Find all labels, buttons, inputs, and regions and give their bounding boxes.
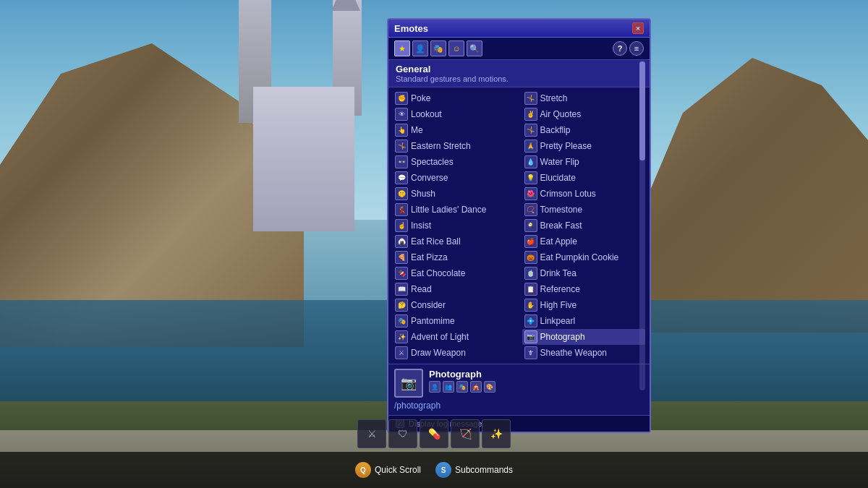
- tab-expressions[interactable]: ☺: [448, 40, 464, 56]
- tab-search[interactable]: 🔍: [467, 40, 482, 56]
- emote-list: ✊Poke👁Lookout👆Me🤸Eastern Stretch👓Spectac…: [388, 87, 650, 364]
- emote-item-icon: 📿: [524, 203, 537, 216]
- emote-item-icon: 🍵: [524, 267, 537, 280]
- emote-item[interactable]: 🙏Pretty Please: [522, 138, 646, 154]
- quick-scroll-button[interactable]: Q Quick Scroll: [355, 462, 421, 478]
- emotes-panel: Emotes × ★ 👤 🎭 ☺ 🔍 ? ≡ General Standard …: [387, 18, 651, 433]
- emote-item[interactable]: ☝Insist: [393, 218, 516, 234]
- emote-item-icon: 🍳: [524, 219, 537, 232]
- emote-item-name: Eastern Stretch: [411, 141, 471, 151]
- emote-item[interactable]: ✌Air Quotes: [522, 106, 646, 122]
- emote-item-icon: 👓: [395, 155, 408, 168]
- emote-item-icon: 👁: [395, 108, 408, 121]
- detail-emote-icon: 📷: [394, 369, 423, 398]
- emote-item-name: Converse: [411, 173, 448, 183]
- emote-item-icon: 👆: [395, 124, 408, 137]
- castle: [239, 29, 369, 231]
- emote-item[interactable]: 🌺Crimson Lotus: [522, 186, 646, 202]
- emote-item[interactable]: 👆Me: [393, 122, 516, 138]
- emote-item[interactable]: 🗡Sheathe Weapon: [522, 345, 646, 361]
- detail-icon-1: 👤: [429, 381, 441, 393]
- bottom-hud: Q Quick Scroll S Subcommands: [0, 452, 868, 488]
- emote-item-icon: 🤔: [395, 299, 408, 312]
- panel-titlebar: Emotes ×: [388, 20, 650, 38]
- emote-item-icon: ✨: [395, 330, 408, 343]
- emote-item-icon: 📷: [524, 330, 537, 343]
- emote-item-icon: 📋: [524, 283, 537, 296]
- emote-item[interactable]: ✋High Five: [522, 297, 646, 313]
- emote-item[interactable]: 💧Water Flip: [522, 154, 646, 170]
- emote-item-name: Elucidate: [540, 173, 576, 183]
- scrollbar[interactable]: [639, 61, 645, 390]
- action-slot-2[interactable]: 🛡: [388, 419, 417, 448]
- emote-item-name: Photograph: [540, 332, 585, 342]
- category-header: General Standard gestures and motions.: [388, 60, 650, 87]
- emote-item[interactable]: 🤔Consider: [393, 297, 516, 313]
- emote-item-name: Sheathe Weapon: [540, 348, 608, 358]
- emote-item[interactable]: 📿Tomestone: [522, 202, 646, 218]
- emote-item[interactable]: 🎃Eat Pumpkin Cookie: [522, 249, 646, 265]
- emote-item[interactable]: 🤸Stretch: [522, 90, 646, 106]
- emote-item[interactable]: 💡Elucidate: [522, 170, 646, 186]
- quick-scroll-label: Quick Scroll: [375, 465, 421, 475]
- tab-people[interactable]: 👤: [412, 40, 428, 56]
- emote-item-icon: 🍫: [395, 267, 408, 280]
- emote-item-icon: ✌: [524, 108, 537, 121]
- detail-panel: 📷 Photograph 👤 👥 🎭 🎪 🎨 /photograph: [388, 364, 650, 415]
- emote-item-name: Backflip: [540, 125, 571, 135]
- emote-item[interactable]: 🤸Backflip: [522, 122, 646, 138]
- action-slot-5[interactable]: ✨: [482, 419, 511, 448]
- emote-item[interactable]: 🍵Drink Tea: [522, 265, 646, 281]
- emote-item-icon: 🤸: [524, 124, 537, 137]
- subcommands-label: Subcommands: [455, 465, 513, 475]
- emote-item[interactable]: 📖Read: [393, 281, 516, 297]
- emote-item[interactable]: 💃Little Ladies' Dance: [393, 202, 516, 218]
- emote-item[interactable]: 🍳Break Fast: [522, 218, 646, 234]
- tab-emotes[interactable]: 🎭: [430, 40, 446, 56]
- emote-item[interactable]: 📋Reference: [522, 281, 646, 297]
- emote-item-name: Shush: [411, 189, 435, 199]
- emote-item-name: Spectacles: [411, 157, 454, 167]
- category-title: General: [396, 64, 642, 74]
- emote-item[interactable]: 🍕Eat Pizza: [393, 249, 516, 265]
- emote-item-icon: 🗡: [524, 346, 537, 359]
- emote-item[interactable]: 🍎Eat Apple: [522, 234, 646, 249]
- emote-item-name: High Five: [540, 300, 577, 310]
- emote-item[interactable]: 🤸Eastern Stretch: [393, 138, 516, 154]
- emote-item[interactable]: 👁Lookout: [393, 106, 516, 122]
- help-button[interactable]: ?: [613, 41, 627, 56]
- emote-item-name: Little Ladies' Dance: [411, 205, 486, 215]
- emote-item[interactable]: 💬Converse: [393, 170, 516, 186]
- settings-button[interactable]: ≡: [629, 41, 644, 56]
- emote-item-icon: ✋: [524, 299, 537, 312]
- action-slot-3[interactable]: 💊: [420, 419, 448, 448]
- emote-item-icon: 🎭: [395, 314, 408, 328]
- close-button[interactable]: ×: [632, 22, 644, 34]
- emote-item-name: Air Quotes: [540, 109, 582, 119]
- emote-item-name: Draw Weapon: [411, 348, 466, 358]
- emote-item[interactable]: 🎭Pantomime: [393, 313, 516, 329]
- emote-item-name: Poke: [411, 93, 430, 103]
- emote-item[interactable]: 💠Linkpearl: [522, 313, 646, 329]
- emote-item[interactable]: ✨Advent of Light: [393, 329, 516, 345]
- emote-item[interactable]: 🤫Shush: [393, 186, 516, 202]
- emote-item-name: Consider: [411, 300, 446, 310]
- emote-item[interactable]: 🍙Eat Rice Ball: [393, 234, 516, 249]
- emote-item[interactable]: 👓Spectacles: [393, 154, 516, 170]
- emote-item[interactable]: 🍫Eat Chocolate: [393, 265, 516, 281]
- emote-item[interactable]: ✊Poke: [393, 90, 516, 106]
- emote-item-name: Reference: [540, 284, 580, 294]
- detail-info: Photograph 👤 👥 🎭 🎪 🎨: [429, 369, 644, 393]
- detail-top: 📷 Photograph 👤 👥 🎭 🎪 🎨: [394, 369, 644, 398]
- detail-icon-2: 👥: [443, 381, 454, 393]
- emote-item-name: Water Flip: [540, 157, 579, 167]
- action-slot-4[interactable]: 🏹: [451, 419, 480, 448]
- emote-item[interactable]: ⚔Draw Weapon: [393, 345, 516, 361]
- emote-item-icon: 💠: [524, 314, 537, 328]
- subcommands-button[interactable]: S Subcommands: [435, 462, 513, 478]
- detail-icons-row: 👤 👥 🎭 🎪 🎨: [429, 381, 644, 393]
- emote-item-name: Stretch: [540, 93, 568, 103]
- action-slot-1[interactable]: ⚔: [357, 419, 386, 448]
- tab-favorites[interactable]: ★: [394, 40, 410, 56]
- emote-item[interactable]: 📷Photograph: [522, 329, 646, 345]
